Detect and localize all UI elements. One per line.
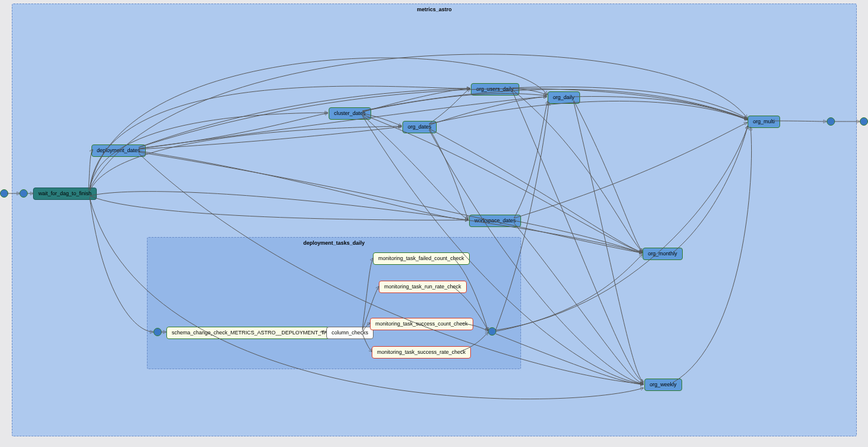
task-monitoring-failed-count[interactable]: monitoring_task_failed_count_check [373,252,470,265]
task-workspace-dates[interactable]: workspace_dates [469,215,521,227]
group-title-inner: deployment_tasks_daily [148,240,520,246]
task-column-checks[interactable]: column_checks [326,327,374,339]
graph-canvas[interactable]: metrics_astro deployment_tasks_daily wai… [0,0,868,447]
task-cluster-dates[interactable]: cluster_dates [329,107,371,120]
task-group-metrics-astro[interactable]: metrics_astro [12,4,857,436]
task-org-multi[interactable]: org_multi [748,116,780,128]
port-outer-out [827,117,835,126]
task-wait-for-dag-to-finish[interactable]: wait_for_dag_to_finish [33,188,97,200]
task-org-weekly[interactable]: org_weekly [644,379,682,391]
task-org-dates[interactable]: org_dates [402,121,437,133]
port-stage-in [0,189,8,198]
task-monitoring-success-rate[interactable]: monitoring_task_success_rate_check [372,346,471,359]
group-title-outer: metrics_astro [12,6,856,12]
port-stage-out [860,117,868,126]
task-monitoring-success-count[interactable]: monitoring_task_success_count_check [370,318,473,330]
port-inner-in [153,328,162,336]
task-monitoring-run-rate[interactable]: monitoring_task_run_rate_check [379,281,467,293]
task-deployment-dates[interactable]: deployment_dates [91,144,146,157]
port-outer-in [19,189,28,198]
task-org-daily[interactable]: org_daily [548,91,580,104]
task-org-monthly[interactable]: org_monthly [643,248,683,260]
task-org-users-daily[interactable]: org_users_daily [471,83,519,96]
port-inner-out [488,327,496,336]
